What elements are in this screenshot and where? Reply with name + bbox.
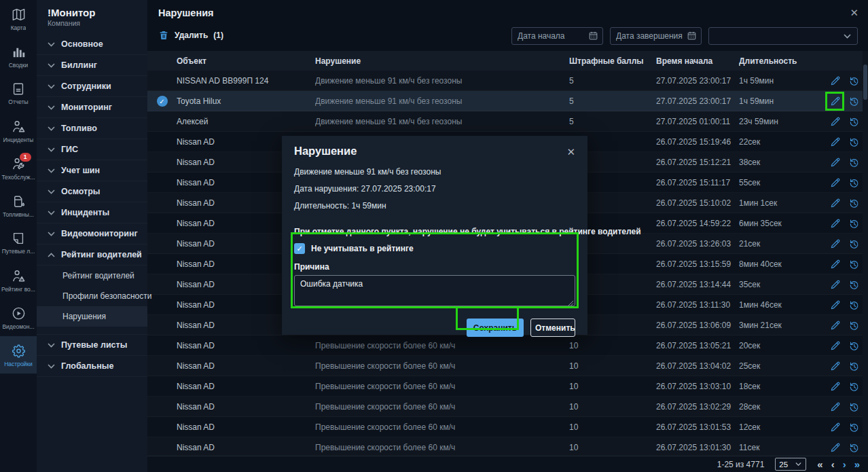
- sidebar-item-uchet-shin[interactable]: Учет шин: [37, 160, 147, 181]
- edit-icon[interactable]: [829, 197, 842, 209]
- first-page-button[interactable]: «: [817, 458, 822, 470]
- history-icon[interactable]: [848, 157, 860, 168]
- check-icon: ✓: [296, 244, 302, 253]
- history-icon[interactable]: [848, 96, 860, 107]
- edit-icon[interactable]: [829, 136, 842, 148]
- history-icon[interactable]: [848, 320, 860, 331]
- edit-icon[interactable]: [829, 156, 842, 168]
- rail-item-label: Рейтинг во...: [1, 286, 35, 293]
- rail-item-fuel[interactable]: Топливны...: [0, 187, 37, 224]
- rail-item-settings[interactable]: Настройки: [0, 336, 37, 374]
- row-select-cell[interactable]: ✓: [147, 96, 177, 107]
- sidebar-item-osnovnoe[interactable]: Основное: [37, 34, 147, 55]
- history-icon[interactable]: [848, 422, 860, 433]
- rail-item-reports[interactable]: Отчеты: [0, 75, 37, 112]
- col-start-time[interactable]: Время начала: [656, 56, 739, 66]
- table-row[interactable]: NISSAN AD ВВ999П 124Движение меньше 91 к…: [147, 71, 868, 91]
- sidebar-item-profili-bezopasnosti[interactable]: Профили безопасности: [37, 286, 147, 306]
- history-icon[interactable]: [848, 340, 860, 352]
- history-icon[interactable]: [848, 177, 860, 189]
- rail-item-map[interactable]: Карта: [0, 0, 37, 37]
- scrollbar[interactable]: [863, 51, 868, 456]
- sidebar-item-narusheniya[interactable]: Нарушения: [37, 306, 147, 327]
- col-violation[interactable]: Нарушение: [315, 56, 569, 66]
- sidebar-item-reyting-voditeley[interactable]: Рейтинг водителей: [37, 244, 147, 266]
- calendar-icon[interactable]: [588, 31, 598, 41]
- sidebar-item-videomonitoring[interactable]: Видеомониторинг: [37, 223, 147, 244]
- violation-type-select[interactable]: [708, 27, 858, 45]
- modal-close-icon[interactable]: ✕: [566, 146, 575, 158]
- col-points[interactable]: Штрафные баллы: [569, 56, 656, 66]
- rail-item-maintenance[interactable]: 1Техобслуж...: [0, 149, 37, 187]
- rail-item-summaries[interactable]: Сводки: [0, 37, 37, 75]
- edit-icon[interactable]: [829, 441, 842, 454]
- table-row[interactable]: Nissan ADПревышение скорости более 60 км…: [147, 376, 868, 397]
- sidebar-item-billing[interactable]: Биллинг: [37, 55, 147, 76]
- edit-icon[interactable]: [829, 380, 842, 393]
- sidebar-item-monitoring[interactable]: Мониторинг: [37, 97, 147, 118]
- edit-icon[interactable]: [829, 75, 842, 87]
- last-page-button[interactable]: »: [854, 458, 860, 470]
- edit-icon[interactable]: [829, 177, 842, 189]
- edit-icon[interactable]: [829, 278, 842, 291]
- next-page-button[interactable]: ›: [843, 458, 846, 470]
- history-icon[interactable]: [848, 238, 860, 250]
- calendar-icon[interactable]: [687, 31, 697, 41]
- history-icon[interactable]: [848, 299, 860, 311]
- history-icon[interactable]: [848, 401, 860, 413]
- page-size-select[interactable]: 25: [775, 458, 806, 471]
- sidebar-item-sotrudniki[interactable]: Сотрудники: [37, 76, 147, 97]
- edit-icon[interactable]: [829, 95, 842, 107]
- table-row[interactable]: Nissan ADПревышение скорости более 60 км…: [147, 397, 868, 417]
- cancel-button[interactable]: Отменить: [530, 319, 575, 337]
- rail-item-waybills[interactable]: Путевые л...: [0, 224, 37, 261]
- history-icon[interactable]: [848, 279, 860, 291]
- edit-icon[interactable]: [829, 319, 842, 331]
- delete-button[interactable]: Удалить (1): [158, 30, 223, 41]
- prev-page-button[interactable]: ‹: [831, 458, 835, 470]
- table-row[interactable]: ✓Toyota HiluxДвижение меньше 91 км/ч без…: [147, 91, 868, 111]
- history-icon[interactable]: [848, 198, 860, 209]
- edit-icon[interactable]: [829, 217, 842, 230]
- history-icon[interactable]: [848, 259, 860, 270]
- edit-icon[interactable]: [829, 360, 842, 372]
- sidebar-item-reyting-voditeley-page[interactable]: Рейтинг водителей: [37, 266, 147, 286]
- edit-icon[interactable]: [829, 421, 842, 433]
- edit-icon[interactable]: [829, 299, 842, 311]
- exclude-rating-checkbox[interactable]: ✓: [294, 243, 305, 254]
- history-icon[interactable]: [848, 218, 860, 230]
- table-row[interactable]: Nissan ADПревышение скорости более 60 км…: [147, 356, 868, 376]
- history-icon[interactable]: [848, 137, 860, 148]
- table-row[interactable]: Nissan ADПревышение скорости более 60 км…: [147, 437, 868, 458]
- sidebar-item-gis[interactable]: ГИС: [37, 139, 147, 160]
- rail-item-driver-rating[interactable]: Рейтинг во...: [0, 261, 37, 299]
- table-row[interactable]: АлексейДвижение меньше 91 км/ч без геозо…: [147, 111, 868, 132]
- history-icon[interactable]: [848, 442, 860, 454]
- history-icon[interactable]: [848, 116, 860, 128]
- edit-icon[interactable]: [829, 258, 842, 270]
- sidebar-item-toplivo[interactable]: Топливо: [37, 118, 147, 139]
- sidebar-item-putevye-listy[interactable]: Путевые листы: [37, 334, 147, 356]
- edit-icon[interactable]: [829, 238, 842, 250]
- history-icon[interactable]: [848, 381, 860, 393]
- close-icon[interactable]: ✕: [850, 7, 858, 19]
- resize-grip-icon[interactable]: [568, 300, 574, 306]
- map-icon: [11, 7, 26, 22]
- edit-icon[interactable]: [829, 340, 842, 352]
- history-icon[interactable]: [848, 75, 860, 87]
- table-row[interactable]: Nissan ADПревышение скорости более 60 км…: [147, 335, 868, 356]
- sidebar-item-osmotry[interactable]: Осмотры: [37, 181, 147, 202]
- reason-textarea[interactable]: [294, 275, 575, 306]
- rail-item-video[interactable]: Видеомон...: [0, 299, 37, 336]
- save-button[interactable]: Сохранить: [467, 319, 524, 337]
- col-object[interactable]: Объект: [177, 56, 315, 66]
- edit-icon[interactable]: [829, 401, 842, 413]
- col-duration[interactable]: Длительность: [739, 56, 825, 66]
- sidebar-item-globalnye[interactable]: Глобальные: [37, 356, 147, 377]
- history-icon[interactable]: [848, 361, 860, 372]
- edit-icon[interactable]: [829, 115, 842, 128]
- rail-item-incidents[interactable]: Инциденты: [0, 112, 37, 149]
- table-row[interactable]: Nissan ADПревышение скорости более 60 км…: [147, 417, 868, 437]
- sidebar-item-incidenty[interactable]: Инциденты: [37, 202, 147, 223]
- scrollbar-thumb[interactable]: [863, 65, 867, 100]
